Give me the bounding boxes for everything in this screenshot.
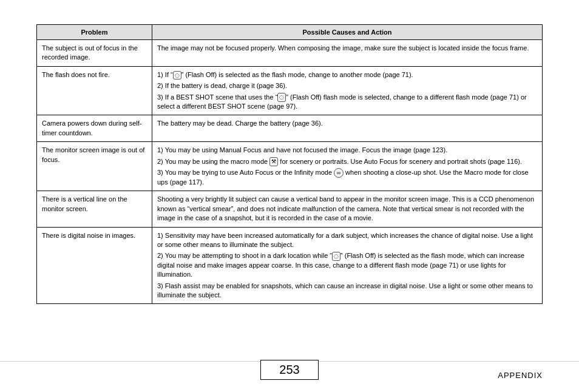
problem-cell: There is a vertical line on the monitor … bbox=[37, 191, 152, 227]
table-row: There is a vertical line on the monitor … bbox=[37, 191, 543, 227]
troubleshooting-table: Problem Possible Causes and Action The s… bbox=[36, 24, 543, 304]
solution-item: 3) You may be trying to use Auto Focus o… bbox=[157, 168, 537, 187]
appendix-label: APPENDIX bbox=[498, 371, 543, 380]
solution-cell: 1) Sensitivity may have been increased a… bbox=[152, 227, 543, 304]
page-container: Problem Possible Causes and Action The s… bbox=[0, 0, 579, 340]
col-solution-header: Possible Causes and Action bbox=[152, 25, 543, 40]
solution-item: 2) You may be attempting to shoot in a d… bbox=[157, 251, 537, 279]
macro-icon: ⚒ bbox=[269, 157, 278, 166]
solution-cell: The battery may be dead. Charge the batt… bbox=[152, 115, 543, 142]
solution-cell: 1) If “◌” (Flash Off) is selected as the… bbox=[152, 66, 543, 115]
solution-cell: Shooting a very brightly lit subject can… bbox=[152, 191, 543, 227]
flash-off-icon: ◌ bbox=[173, 71, 181, 80]
table-row: The subject is out of focus in the recor… bbox=[37, 40, 543, 67]
footer: 253 bbox=[0, 360, 579, 380]
problem-cell: Camera powers down during self-timer cou… bbox=[37, 115, 152, 142]
solution-item: 3) Flash assist may be enabled for snaps… bbox=[157, 282, 537, 300]
flash-off-icon: ◌ bbox=[277, 93, 286, 102]
col-problem-header: Problem bbox=[37, 25, 152, 40]
solution-item: 3) If a BEST SHOT scene that uses the “◌… bbox=[157, 93, 537, 112]
solution-cell: 1) You may be using Manual Focus and hav… bbox=[152, 142, 543, 191]
problem-cell: The monitor screen image is out of focus… bbox=[37, 142, 152, 191]
page-number: 253 bbox=[260, 360, 318, 380]
solution-item: 1) If “◌” (Flash Off) is selected as the… bbox=[157, 70, 537, 79]
table-row: The monitor screen image is out of focus… bbox=[37, 142, 543, 191]
infinity-icon: ∞ bbox=[334, 168, 344, 178]
table-row: Camera powers down during self-timer cou… bbox=[37, 115, 543, 142]
problem-cell: The flash does not fire. bbox=[37, 66, 152, 115]
solution-cell: The image may not be focused properly. W… bbox=[152, 40, 543, 67]
problem-cell: There is digital noise in images. bbox=[37, 227, 152, 304]
solution-item: 2) If the battery is dead, charge it (pa… bbox=[157, 81, 537, 90]
table-row: The flash does not fire.1) If “◌” (Flash… bbox=[37, 66, 543, 115]
table-row: There is digital noise in images.1) Sens… bbox=[37, 227, 543, 304]
solution-item: 1) You may be using Manual Focus and hav… bbox=[157, 146, 537, 155]
solution-item: 2) You may be using the macro mode ⚒ for… bbox=[157, 157, 537, 166]
solution-item: 1) Sensitivity may have been increased a… bbox=[157, 231, 537, 250]
flash-off-icon: ◌ bbox=[332, 252, 340, 261]
problem-cell: The subject is out of focus in the recor… bbox=[37, 40, 152, 67]
